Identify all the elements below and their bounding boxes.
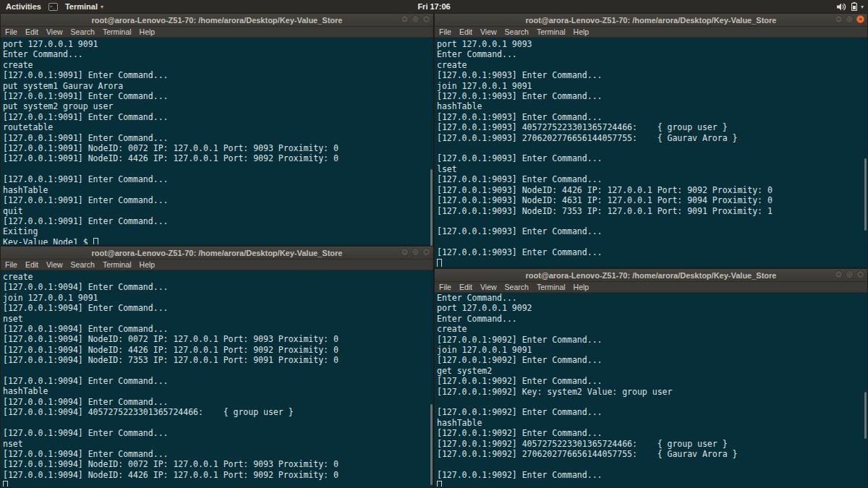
battery-icon xyxy=(851,2,857,11)
volume-icon xyxy=(837,3,846,11)
chevron-down-icon: ▾ xyxy=(101,4,103,10)
terminal-output-node2[interactable]: Enter Command... port 127.0.0.1 9092 Ent… xyxy=(435,293,867,487)
menu-file[interactable]: File xyxy=(439,27,451,36)
menu-help[interactable]: Help xyxy=(140,260,156,269)
menu-terminal[interactable]: Terminal xyxy=(537,283,566,291)
minimize-button[interactable]: − xyxy=(401,248,409,256)
menu-search[interactable]: Search xyxy=(71,27,95,36)
window-title: root@arora-Lenovo-Z51-70: /home/arora/De… xyxy=(526,271,777,280)
desktop: Activities >_ Terminal ▾ Fri 17:06 ▾ roo… xyxy=(0,0,868,488)
terminal-output-node3[interactable]: port 127.0.0.1 9093 Enter Command... cre… xyxy=(435,38,867,267)
menu-search[interactable]: Search xyxy=(71,260,95,269)
gnome-top-bar: Activities >_ Terminal ▾ Fri 17:06 ▾ xyxy=(0,0,868,13)
menu-edit[interactable]: Edit xyxy=(459,283,472,291)
close-button[interactable]: × xyxy=(422,248,430,256)
close-button[interactable]: × xyxy=(422,15,430,23)
terminal-output-node4[interactable]: create [127.0.0.1:9094] Enter Command...… xyxy=(1,270,433,487)
close-button[interactable]: × xyxy=(856,270,864,278)
scrollbar[interactable] xyxy=(864,158,867,231)
titlebar[interactable]: root@arora-Lenovo-Z51-70: /home/arora/De… xyxy=(435,269,867,282)
scrollbar[interactable] xyxy=(430,404,433,485)
terminal-cursor xyxy=(93,238,98,244)
maximize-button[interactable]: □ xyxy=(412,15,420,23)
minimize-button[interactable]: − xyxy=(401,15,409,23)
minimize-button[interactable]: − xyxy=(835,270,843,278)
window-title: root@arora-Lenovo-Z51-70: /home/arora/De… xyxy=(526,16,777,25)
menu-view[interactable]: View xyxy=(46,260,63,269)
titlebar[interactable]: root@arora-Lenovo-Z51-70: /home/arora/De… xyxy=(435,14,867,27)
activities-button[interactable]: Activities xyxy=(6,2,41,11)
menu-view[interactable]: View xyxy=(480,283,497,291)
terminal-app-icon: >_ xyxy=(48,3,58,11)
titlebar[interactable]: root@arora-Lenovo-Z51-70: /home/arora/De… xyxy=(1,14,433,27)
menu-bar: File Edit View Search Terminal Help xyxy=(435,27,867,38)
scrollbar[interactable] xyxy=(864,392,867,439)
maximize-button[interactable]: □ xyxy=(846,15,854,23)
terminal-window-node4: root@arora-Lenovo-Z51-70: /home/arora/De… xyxy=(0,246,434,488)
maximize-button[interactable]: □ xyxy=(412,248,420,256)
close-button[interactable]: × xyxy=(856,15,864,23)
menu-file[interactable]: File xyxy=(5,27,17,36)
menu-help[interactable]: Help xyxy=(140,27,156,36)
app-menu-button[interactable]: Terminal xyxy=(65,2,98,11)
menu-terminal[interactable]: Terminal xyxy=(103,260,132,269)
menu-edit[interactable]: Edit xyxy=(25,260,38,269)
terminal-cursor xyxy=(3,481,8,487)
menu-search[interactable]: Search xyxy=(505,283,529,291)
maximize-button[interactable]: □ xyxy=(846,270,854,278)
menu-bar: File Edit View Search Terminal Help xyxy=(435,282,867,293)
system-tray[interactable]: ▾ xyxy=(837,0,864,13)
menu-bar: File Edit View Search Terminal Help xyxy=(1,27,433,38)
window-title: root@arora-Lenovo-Z51-70: /home/arora/De… xyxy=(92,249,343,257)
chevron-down-icon: ▾ xyxy=(861,4,864,10)
terminal-output-node1[interactable]: port 127.0.0.1 9091 Enter Command... cre… xyxy=(1,38,433,244)
window-title: root@arora-Lenovo-Z51-70: /home/arora/De… xyxy=(92,16,343,25)
menu-terminal[interactable]: Terminal xyxy=(537,27,566,36)
menu-file[interactable]: File xyxy=(5,260,17,269)
menu-edit[interactable]: Edit xyxy=(25,27,38,36)
terminal-cursor xyxy=(437,259,442,267)
scrollbar[interactable] xyxy=(430,169,433,247)
menu-terminal[interactable]: Terminal xyxy=(103,27,132,36)
clock[interactable]: Fri 17:06 xyxy=(417,2,450,11)
terminal-window-node3: root@arora-Lenovo-Z51-70: /home/arora/De… xyxy=(434,13,868,268)
menu-help[interactable]: Help xyxy=(574,27,590,36)
terminal-window-node2: root@arora-Lenovo-Z51-70: /home/arora/De… xyxy=(434,268,868,488)
titlebar[interactable]: root@arora-Lenovo-Z51-70: /home/arora/De… xyxy=(1,247,433,260)
menu-bar: File Edit View Search Terminal Help xyxy=(1,260,433,270)
menu-help[interactable]: Help xyxy=(574,283,590,291)
menu-view[interactable]: View xyxy=(46,27,63,36)
minimize-button[interactable]: − xyxy=(835,15,843,23)
terminal-window-node1: root@arora-Lenovo-Z51-70: /home/arora/De… xyxy=(0,13,434,246)
menu-search[interactable]: Search xyxy=(505,27,529,36)
menu-edit[interactable]: Edit xyxy=(459,27,472,36)
menu-view[interactable]: View xyxy=(480,27,497,36)
menu-file[interactable]: File xyxy=(439,283,451,291)
terminal-cursor xyxy=(437,481,442,487)
